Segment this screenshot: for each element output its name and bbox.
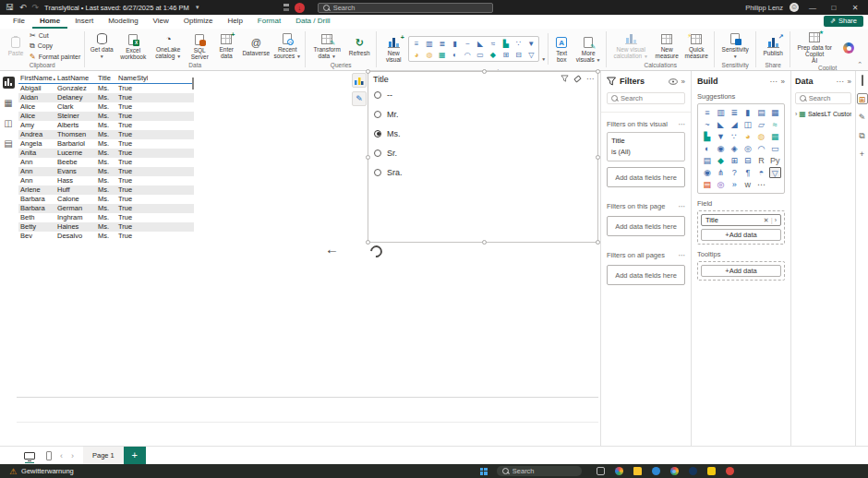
avatar[interactable]: ☺ bbox=[790, 3, 799, 12]
layout-toggle-icon[interactable] bbox=[283, 4, 289, 12]
file-explorer-icon[interactable] bbox=[633, 467, 642, 475]
radio-unselected-icon[interactable] bbox=[374, 149, 381, 157]
radio-unselected-icon[interactable] bbox=[374, 91, 381, 99]
card-icon[interactable]: ▭ bbox=[476, 51, 484, 59]
paginated-report-icon[interactable]: ▤ bbox=[701, 179, 713, 190]
collapse-pane-icon[interactable]: » bbox=[781, 78, 785, 86]
metrics-icon[interactable]: ◎ bbox=[715, 179, 727, 190]
add-fields-visual-dropzone[interactable]: Add data fields here bbox=[607, 167, 685, 187]
collapse-ribbon-icon[interactable]: ⌃ bbox=[857, 61, 862, 68]
onelake-catalog-button[interactable]: ◔ OneLake catalog ▼ bbox=[151, 31, 185, 60]
100-stacked-bar-chart-icon[interactable]: ▤ bbox=[755, 107, 767, 118]
add-fields-all-pages-dropzone[interactable]: Add data fields here bbox=[607, 265, 685, 285]
page-tab[interactable]: Page 1 bbox=[83, 447, 124, 465]
matrix-icon[interactable]: ⊟ bbox=[741, 155, 753, 166]
cut-button[interactable]: ✂ Cut bbox=[30, 31, 80, 40]
prep-data-for-ai-button[interactable]: ★ Prep data for CopilotAI bbox=[794, 30, 835, 64]
pane-more-icon[interactable]: ⋯ bbox=[770, 78, 778, 86]
filters-search-input[interactable] bbox=[621, 94, 681, 102]
report-view-icon[interactable] bbox=[3, 77, 15, 89]
100-stacked-column-chart-icon[interactable]: ▦ bbox=[769, 107, 781, 118]
slicer-option[interactable]: Sr. bbox=[374, 149, 403, 157]
weather-warning-label[interactable]: Gewitterwarnung bbox=[21, 467, 74, 475]
line-and-stacked-column-chart-icon[interactable]: ◫ bbox=[741, 119, 753, 130]
column-header[interactable]: NameStyle bbox=[116, 74, 148, 82]
resize-handle[interactable] bbox=[366, 240, 370, 245]
kpi-icon[interactable]: ◆ bbox=[715, 155, 727, 166]
table-visual[interactable]: FirstName▴LastNameTitleNameStyle Abigail… bbox=[18, 73, 194, 243]
card-icon[interactable]: ▭ bbox=[769, 143, 781, 154]
decomposition-tree-icon[interactable]: ⋔ bbox=[715, 167, 727, 178]
build-rail-icon[interactable]: ⊞ bbox=[857, 93, 868, 104]
clustered-column-chart-icon[interactable]: ▮ bbox=[452, 40, 456, 48]
new-measure-button[interactable]: New measure bbox=[653, 32, 681, 59]
resize-handle[interactable] bbox=[482, 240, 487, 245]
table-scrollbar[interactable] bbox=[192, 78, 194, 90]
more-visuals-icon[interactable]: ⋯ bbox=[755, 179, 767, 190]
get-data-button[interactable]: Get data ▼ bbox=[89, 31, 115, 60]
shape-map-icon[interactable]: ◈ bbox=[729, 143, 741, 154]
section-more-icon[interactable]: ⋯ bbox=[679, 120, 686, 128]
column-header[interactable]: LastName bbox=[55, 74, 96, 82]
add-tooltip-field-button[interactable]: +Add data bbox=[701, 265, 781, 277]
line-chart-icon[interactable]: ~ bbox=[701, 119, 713, 130]
slicer-option[interactable]: Sra. bbox=[374, 168, 403, 176]
edge-browser-icon[interactable] bbox=[652, 467, 660, 475]
field-pill-title[interactable]: Title ✕ | › bbox=[701, 214, 781, 226]
stacked-area-chart-icon[interactable]: ◢ bbox=[729, 119, 741, 130]
enter-data-button[interactable]: + Enter data bbox=[214, 32, 238, 59]
transform-data-button[interactable]: ✎ Transform data ▼ bbox=[309, 32, 344, 60]
clustered-column-chart-icon[interactable]: ▮ bbox=[741, 107, 753, 118]
clustered-bar-chart-icon[interactable]: ≣ bbox=[729, 107, 741, 118]
maximize-button[interactable]: □ bbox=[826, 4, 841, 12]
stacked-bar-chart-icon[interactable]: ≡ bbox=[701, 107, 713, 118]
expand-table-icon[interactable]: › bbox=[795, 111, 797, 117]
slicer-icon[interactable]: ▽ bbox=[769, 167, 781, 178]
next-page-icon[interactable]: › bbox=[71, 451, 74, 460]
tab-format[interactable]: Format bbox=[250, 15, 288, 29]
table-node-saleslt-customer[interactable]: › ▦ SalesLT Customer bbox=[795, 110, 851, 118]
pane-more-icon[interactable]: ⋯ bbox=[837, 78, 844, 86]
table-view-icon[interactable]: ▦ bbox=[3, 97, 15, 109]
stacked-column-chart-icon[interactable]: ▥ bbox=[426, 40, 433, 48]
filter-funnel-icon[interactable] bbox=[561, 75, 569, 83]
section-more-icon[interactable]: ⋯ bbox=[679, 202, 686, 210]
copilot-button[interactable] bbox=[837, 41, 861, 54]
add-fields-page-dropzone[interactable]: Add data fields here bbox=[607, 216, 685, 236]
data-search[interactable] bbox=[795, 92, 851, 104]
publish-button[interactable]: ↗ Publish bbox=[760, 35, 786, 56]
waterfall-chart-icon[interactable]: ▙ bbox=[701, 131, 713, 142]
scatter-chart-icon[interactable]: ∵ bbox=[729, 131, 741, 142]
format-painter-button[interactable]: ✎ Format painter bbox=[30, 53, 80, 61]
map-icon[interactable]: ◐ bbox=[701, 143, 713, 154]
tab-data-drill[interactable]: Data / Drill bbox=[288, 15, 337, 29]
scatter-chart-icon[interactable]: ∵ bbox=[516, 40, 521, 48]
user-name[interactable]: Philipp Lenz bbox=[745, 4, 783, 12]
waterfall-chart-icon[interactable]: ▙ bbox=[503, 40, 509, 48]
slicer-option[interactable]: Mr. bbox=[374, 110, 403, 118]
line-and-clustered-column-chart-icon[interactable]: ▱ bbox=[755, 119, 767, 130]
add-data-field-button[interactable]: +Add data bbox=[701, 229, 781, 241]
radio-selected-icon[interactable] bbox=[374, 130, 381, 137]
power-automate-icon[interactable]: » bbox=[729, 179, 741, 190]
slicer-option[interactable]: -- bbox=[374, 90, 403, 99]
resize-handle[interactable] bbox=[366, 69, 370, 74]
resize-handle[interactable] bbox=[366, 155, 370, 160]
dataverse-button[interactable]: @ Dataverse bbox=[240, 35, 271, 56]
funnel-chart-icon[interactable]: ▼ bbox=[527, 40, 535, 48]
windows-start-icon[interactable] bbox=[480, 468, 488, 475]
collapse-pane-icon[interactable]: » bbox=[848, 78, 851, 86]
photos-app-icon[interactable] bbox=[615, 467, 623, 475]
clustered-bar-chart-icon[interactable]: ≣ bbox=[439, 40, 445, 48]
w-visual-icon[interactable]: w bbox=[741, 179, 753, 190]
data-search-input[interactable] bbox=[809, 94, 847, 102]
data-rail-icon[interactable] bbox=[857, 75, 868, 86]
filter-card-title[interactable]: Title is (All) bbox=[607, 132, 685, 161]
clear-selections-icon[interactable] bbox=[573, 75, 582, 82]
matrix-icon[interactable]: ⊟ bbox=[515, 51, 522, 59]
pie-chart-icon[interactable]: ◕ bbox=[415, 51, 419, 59]
sql-server-button[interactable]: SQL Server bbox=[187, 32, 212, 60]
expand-field-icon[interactable]: › bbox=[775, 217, 777, 223]
pie-chart-icon[interactable]: ◕ bbox=[741, 131, 753, 142]
eye-icon[interactable] bbox=[669, 78, 678, 85]
